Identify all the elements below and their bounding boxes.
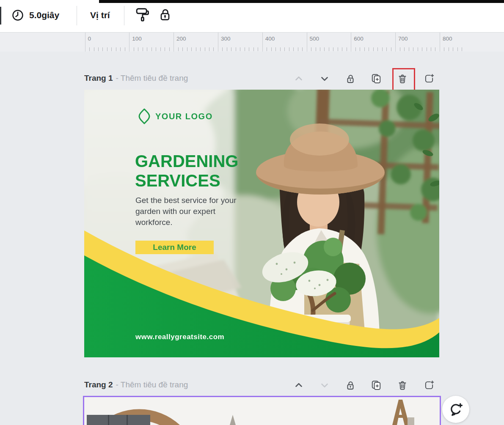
page1-duplicate-button[interactable]: [369, 71, 384, 86]
ruler-minor-tick: [271, 47, 272, 51]
page-title-text: Trang 2: [84, 380, 113, 389]
page1-add-page-button[interactable]: [421, 71, 437, 86]
toolbar: 5.0giây Vị trí: [0, 0, 504, 33]
ruler-minor-tick: [435, 47, 435, 51]
ruler-minor-tick: [364, 47, 365, 51]
ruler-minor-tick: [187, 47, 187, 51]
ruler-minor-tick: [289, 47, 289, 51]
move-up-icon: [293, 380, 304, 391]
page2-lock-button[interactable]: [343, 378, 358, 393]
poster-body-text[interactable]: Get the best service for your garden wit…: [135, 195, 238, 228]
duration-button[interactable]: 5.0giây: [11, 8, 59, 22]
lock-button[interactable]: [157, 7, 173, 22]
page2-move-up-button[interactable]: [291, 378, 306, 393]
ruler-minor-tick: [333, 47, 333, 51]
ruler-major-tick: [307, 33, 307, 52]
ruler: 0100200300400500600700800: [0, 33, 504, 52]
ruler-minor-tick: [151, 47, 152, 51]
page2-add-page-button[interactable]: [421, 378, 437, 393]
ruler-minor-tick: [165, 47, 165, 51]
styles-button[interactable]: [134, 6, 150, 22]
toolbar-left-edge: [0, 7, 1, 25]
ruler-minor-tick: [116, 47, 116, 51]
poster-website[interactable]: www.reallygreatsite.com: [135, 333, 224, 341]
clock-icon: [11, 8, 25, 22]
ruler-minor-tick: [404, 47, 405, 51]
page-title-placeholder: - Thêm tiêu đề trang: [116, 74, 188, 83]
position-label: Vị trí: [90, 10, 110, 20]
ruler-tick-label: 100: [132, 36, 142, 42]
ruler-major-tick: [395, 33, 396, 52]
unlock-icon: [157, 7, 173, 22]
ruler-minor-tick: [449, 47, 449, 51]
page-title-text: Trang 1: [84, 74, 113, 83]
delete-page-icon: [397, 380, 408, 391]
unlock-icon: [345, 73, 356, 84]
ruler-minor-tick: [275, 47, 276, 51]
page2-move-down-button[interactable]: [317, 378, 332, 393]
ruler-minor-tick: [427, 47, 427, 51]
poster-logo[interactable]: YOUR LOGO: [138, 108, 213, 124]
ruler-minor-tick: [324, 47, 325, 51]
duplicate-page-icon: [371, 380, 382, 391]
ruler-minor-tick: [98, 47, 99, 51]
ruler-minor-tick: [320, 47, 320, 51]
duration-label: 5.0giây: [29, 10, 59, 20]
ruler-minor-tick: [462, 47, 462, 51]
page-title-placeholder: - Thêm tiêu đề trang: [116, 380, 188, 389]
position-button[interactable]: Vị trí: [90, 10, 110, 20]
ruler-minor-tick: [311, 47, 311, 51]
logo-diamond-icon: [138, 108, 151, 124]
ruler-major-tick: [218, 33, 218, 52]
ruler-tick-label: 200: [176, 36, 186, 42]
page2-canvas[interactable]: [83, 396, 441, 425]
ruler-minor-tick: [169, 47, 170, 51]
ruler-tick-label: 0: [88, 36, 91, 42]
page2-preview: [84, 397, 440, 425]
ruler-minor-tick: [222, 47, 223, 51]
ruler-tick-label: 500: [310, 36, 319, 42]
ruler-minor-tick: [253, 47, 254, 51]
ruler-minor-tick: [196, 47, 196, 51]
add-comment-button[interactable]: [442, 396, 469, 423]
headline-line2: SERVICES: [135, 171, 238, 190]
ruler-minor-tick: [94, 47, 94, 51]
ruler-minor-tick: [373, 47, 374, 51]
ruler-minor-tick: [444, 47, 444, 51]
ruler-minor-tick: [236, 47, 236, 51]
ruler-minor-tick: [453, 47, 453, 51]
ruler-minor-tick: [431, 47, 431, 51]
poster-headline[interactable]: GARDENING SERVICES: [135, 151, 238, 190]
add-page-icon: [424, 380, 435, 391]
ruler-minor-tick: [267, 47, 267, 51]
window-top-strip: [99, 0, 504, 3]
ruler-minor-tick: [293, 47, 294, 51]
ruler-minor-tick: [245, 47, 245, 51]
page1-title[interactable]: Trang 1 - Thêm tiêu đề trang: [84, 70, 188, 86]
page2-title[interactable]: Trang 2 - Thêm tiêu đề trang: [84, 377, 188, 393]
ruler-minor-tick: [249, 47, 249, 51]
ruler-minor-tick: [298, 47, 298, 51]
ruler-major-tick: [174, 33, 174, 52]
ruler-major-tick: [262, 33, 263, 52]
ruler-minor-tick: [120, 47, 121, 51]
ruler-minor-tick: [178, 47, 179, 51]
page1-move-up-button[interactable]: [291, 71, 306, 86]
ruler-minor-tick: [329, 47, 329, 51]
ruler-minor-tick: [413, 47, 413, 51]
ruler-major-tick: [85, 33, 85, 52]
page1-canvas[interactable]: YOUR LOGO GARDENING SERVICES Get the bes…: [84, 90, 439, 357]
canva-editor: 5.0giây Vị trí 0100200300400500600700800: [0, 0, 504, 425]
ruler-minor-tick: [409, 47, 409, 51]
ruler-major-tick: [440, 33, 440, 52]
ruler-minor-tick: [209, 47, 209, 51]
ruler-minor-tick: [400, 47, 400, 51]
page1-move-down-button[interactable]: [317, 71, 332, 86]
ruler-minor-tick: [382, 47, 383, 51]
learn-more-button[interactable]: Learn More: [135, 241, 214, 254]
ruler-minor-tick: [182, 47, 183, 51]
ruler-minor-tick: [134, 47, 134, 51]
page2-delete-button[interactable]: [395, 378, 410, 393]
page2-duplicate-button[interactable]: [369, 378, 384, 393]
page1-lock-button[interactable]: [343, 71, 358, 86]
